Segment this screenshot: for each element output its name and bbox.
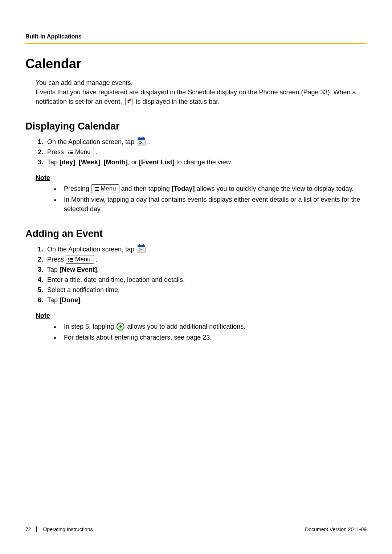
svg-rect-7 <box>95 187 99 188</box>
add-step-3-pre: Tap <box>47 266 60 273</box>
add-notes: In step 5, tapping allows you to add add… <box>51 322 367 342</box>
menu-button: Menu <box>91 184 119 193</box>
display-note-label: Note <box>36 174 367 182</box>
intro-line2: Events that you have registered are disp… <box>36 87 367 106</box>
add-note-2: For details about entering characters, s… <box>60 333 367 342</box>
display-note-2: In Month view, tapping a day that contai… <box>60 195 367 214</box>
display-step-1-end: . <box>148 138 150 145</box>
heading-displaying-calendar: Displaying Calendar <box>25 121 367 132</box>
calendar-app-icon <box>137 138 146 145</box>
display-step-1-text: On the Application screen, tap <box>47 138 136 145</box>
display-step-3-post: to change the view. <box>175 159 232 166</box>
svg-rect-4 <box>68 153 69 154</box>
menu-button-label: Menu <box>75 148 91 155</box>
add-note-label: Note <box>36 312 367 320</box>
calendar-app-icon <box>137 245 146 253</box>
menu-list-icon <box>94 187 99 191</box>
footer-doc-title: Operating Instructions <box>43 526 93 532</box>
adding-steps: On the Application screen, tap . Press M… <box>36 245 367 305</box>
svg-rect-12 <box>68 258 69 259</box>
add-step-3-post: . <box>97 266 99 273</box>
header-section-label: Built-in Applications <box>25 33 367 40</box>
svg-rect-16 <box>68 261 69 262</box>
display-step-1: On the Application screen, tap . <box>45 137 367 147</box>
add-step-1-end: . <box>148 246 150 253</box>
notification-icon <box>125 98 132 105</box>
menu-button: Menu <box>66 148 94 156</box>
intro-line1: You can add and manage events. <box>36 78 367 87</box>
add-step-6-pre: Tap <box>47 296 60 304</box>
svg-rect-2 <box>68 152 69 153</box>
display-step-3-month: [Month] <box>104 159 128 166</box>
menu-button-label: Menu <box>75 256 91 263</box>
svg-rect-1 <box>70 151 73 151</box>
add-step-1: On the Application screen, tap . <box>45 245 367 255</box>
t: , or <box>128 159 139 166</box>
intro-line2-post: is displayed in the status bar. <box>136 98 220 105</box>
intro-block: You can add and manage events. Events th… <box>36 78 367 106</box>
display-step-3: Tap [day], [Week], [Month], or [Event Li… <box>45 157 367 168</box>
svg-rect-0 <box>68 151 69 151</box>
display-step-3-day: [day] <box>60 159 75 166</box>
svg-rect-8 <box>94 189 94 189</box>
svg-rect-10 <box>94 190 94 191</box>
display-note-1-post: allows you to quickly change the view to… <box>195 185 354 192</box>
displaying-steps: On the Application screen, tap . Press M… <box>36 137 367 168</box>
footer-version: Document Version 2011-09 <box>305 526 367 532</box>
t: , <box>75 159 79 166</box>
display-step-2: Press Menu . <box>45 147 367 157</box>
add-step-6: Tap [Done]. <box>45 295 367 305</box>
add-step-2-pre: Press <box>47 256 66 263</box>
page-number: 72 <box>25 526 37 532</box>
page-title: Calendar <box>25 56 367 71</box>
add-note-1-post: allows you to add additional notificatio… <box>127 323 245 330</box>
t: , <box>100 159 104 166</box>
svg-rect-13 <box>70 258 73 259</box>
display-step-2-post: . <box>96 148 98 156</box>
add-note-1: In step 5, tapping allows you to add add… <box>60 322 367 331</box>
display-note-1-mid: and then tapping <box>121 185 172 192</box>
svg-rect-15 <box>70 259 73 260</box>
display-step-3-pre: Tap <box>47 159 60 166</box>
svg-rect-17 <box>70 261 73 262</box>
display-note-1-today: [Today] <box>172 185 195 192</box>
add-note-1-pre: In step 5, tapping <box>64 323 116 330</box>
add-step-1-text: On the Application screen, tap <box>47 246 136 253</box>
add-step-5: Select a notification time. <box>45 285 367 295</box>
header-rule <box>25 43 367 44</box>
svg-rect-5 <box>70 153 73 154</box>
plus-icon <box>117 323 124 331</box>
add-step-3: Tap [New Event]. <box>45 265 367 275</box>
add-step-3-newevent: [New Event] <box>60 266 97 273</box>
menu-list-icon <box>68 258 73 262</box>
add-step-6-post: . <box>80 296 82 304</box>
svg-rect-11 <box>95 190 99 191</box>
menu-list-icon <box>68 150 73 155</box>
page-footer: 72 Operating Instructions Document Versi… <box>25 526 367 532</box>
add-step-6-done: [Done] <box>60 296 80 304</box>
svg-rect-14 <box>68 259 69 260</box>
menu-button-label: Menu <box>101 185 116 192</box>
add-step-4: Enter a title, date and time, location a… <box>45 275 367 285</box>
add-step-2: Press Menu . <box>45 255 367 265</box>
display-step-3-eventlist: [Event List] <box>139 159 175 166</box>
display-note-1: Pressing Menu and then tapping [Today] a… <box>60 184 367 193</box>
display-note-1-pre: Pressing <box>64 185 91 192</box>
add-step-2-post: . <box>96 256 98 263</box>
svg-rect-6 <box>94 187 94 188</box>
svg-rect-9 <box>95 189 99 189</box>
display-notes: Pressing Menu and then tapping [Today] a… <box>51 184 367 214</box>
menu-button: Menu <box>66 255 94 264</box>
display-step-3-week: [Week] <box>79 159 100 166</box>
display-step-2-pre: Press <box>47 148 66 156</box>
heading-adding-event: Adding an Event <box>25 228 367 239</box>
svg-rect-3 <box>70 152 73 153</box>
